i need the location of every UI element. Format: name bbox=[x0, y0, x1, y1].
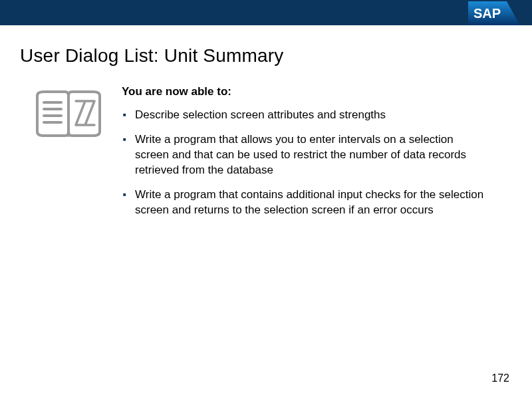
slide-container: SAP User Dialog List: Unit Summary bbox=[0, 0, 532, 399]
list-item: Describe selection screen attributes and… bbox=[122, 108, 485, 123]
header-gap bbox=[0, 25, 532, 33]
sap-logo: SAP bbox=[468, 1, 520, 28]
text-column: You are now able to: Describe selection … bbox=[122, 85, 512, 227]
open-book-icon bbox=[32, 132, 105, 143]
page-number: 172 bbox=[491, 372, 509, 384]
logo-text: SAP bbox=[473, 6, 501, 21]
lead-text: You are now able to: bbox=[122, 85, 485, 98]
page-title: User Dialog List: Unit Summary bbox=[0, 33, 532, 66]
icon-column bbox=[32, 85, 122, 227]
content-row: You are now able to: Describe selection … bbox=[0, 66, 532, 227]
header-bar: SAP bbox=[0, 0, 532, 25]
list-item: Write a program that contains additional… bbox=[122, 188, 485, 218]
bullet-list: Describe selection screen attributes and… bbox=[122, 108, 485, 218]
list-item: Write a program that allows you to enter… bbox=[122, 132, 485, 178]
